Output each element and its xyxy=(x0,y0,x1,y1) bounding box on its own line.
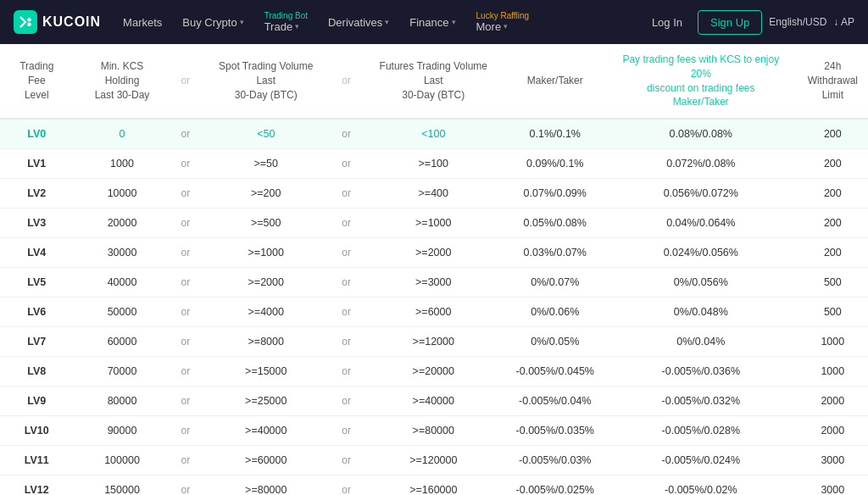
cell-kcs: 70000 xyxy=(74,357,171,387)
nav-trade[interactable]: Trading Bot Trade ▾ xyxy=(256,0,316,44)
cell-kcs-discount: 0.024%/0.056% xyxy=(604,238,798,268)
nav-derivatives[interactable]: Derivatives ▾ xyxy=(320,0,398,44)
col-header-or2: or xyxy=(331,44,361,119)
cell-futures: >=100 xyxy=(361,149,506,179)
cell-withdrawal: 500 xyxy=(798,298,868,327)
cell-or1: or xyxy=(171,327,201,357)
cell-or2: or xyxy=(331,327,361,357)
fee-table-container: Trading FeeLevel Min. KCS HoldingLast 30… xyxy=(0,44,868,495)
cell-kcs-discount: -0.005%/0.032% xyxy=(604,387,798,416)
cell-or2: or xyxy=(331,476,361,495)
nav-trade-sublabel: Trading Bot xyxy=(264,12,308,20)
cell-futures: >=400 xyxy=(361,179,506,209)
cell-kcs: 90000 xyxy=(74,416,171,446)
table-row: LV8 70000 or >=15000 or >=20000 -0.005%/… xyxy=(0,357,868,387)
table-body: LV0 0 or <50 or <100 0.1%/0.1% 0.08%/0.0… xyxy=(0,119,868,495)
cell-spot: >=80000 xyxy=(200,476,331,495)
chevron-icon: ▾ xyxy=(240,18,244,26)
cell-kcs-discount: -0.005%/0.024% xyxy=(604,446,798,476)
nav-buy-crypto[interactable]: Buy Crypto ▾ xyxy=(174,0,252,44)
download-button[interactable]: ↓ AP xyxy=(833,16,854,28)
logo[interactable]: KUCOIN xyxy=(14,10,101,34)
cell-maker-taker: 0.05%/0.08% xyxy=(506,209,604,238)
cell-kcs-discount: -0.005%/0.02% xyxy=(604,476,798,495)
navbar: KUCOIN Markets Buy Crypto ▾ Trading Bot … xyxy=(0,0,868,44)
cell-withdrawal: 3000 xyxy=(798,446,868,476)
cell-kcs: 20000 xyxy=(74,209,171,238)
cell-kcs: 30000 xyxy=(74,238,171,268)
cell-or2: or xyxy=(331,357,361,387)
nav-trade-label: Trade ▾ xyxy=(264,20,299,33)
trading-fee-table: Trading FeeLevel Min. KCS HoldingLast 30… xyxy=(0,44,868,495)
nav-more-sublabel: Lucky Raffling xyxy=(476,12,530,20)
cell-kcs: 40000 xyxy=(74,268,171,298)
cell-or1: or xyxy=(171,179,201,209)
signup-button[interactable]: Sign Up xyxy=(698,10,762,35)
cell-level: LV1 xyxy=(0,149,74,179)
nav-more[interactable]: Lucky Raffling More ▾ xyxy=(468,0,538,44)
cell-maker-taker: -0.005%/0.045% xyxy=(506,357,604,387)
cell-futures: >=160000 xyxy=(361,476,506,495)
cell-withdrawal: 1000 xyxy=(798,327,868,357)
cell-withdrawal: 2000 xyxy=(798,387,868,416)
cell-level: LV3 xyxy=(0,209,74,238)
nav-markets[interactable]: Markets xyxy=(114,0,170,44)
nav-more-label: More ▾ xyxy=(476,20,509,33)
col-header-level: Trading FeeLevel xyxy=(0,44,74,119)
cell-or2: or xyxy=(331,179,361,209)
cell-level: LV4 xyxy=(0,238,74,268)
table-row: LV11 100000 or >=60000 or >=120000 -0.00… xyxy=(0,446,868,476)
cell-futures: >=120000 xyxy=(361,446,506,476)
cell-withdrawal: 2000 xyxy=(798,416,868,446)
cell-maker-taker: 0.09%/0.1% xyxy=(506,149,604,179)
cell-kcs: 150000 xyxy=(74,476,171,495)
nav-finance[interactable]: Finance ▾ xyxy=(401,0,464,44)
col-header-futures: Futures Trading Volume Last30-Day (BTC) xyxy=(361,44,506,119)
cell-or2: or xyxy=(331,416,361,446)
cell-level: LV10 xyxy=(0,416,74,446)
table-row: LV10 90000 or >=40000 or >=80000 -0.005%… xyxy=(0,416,868,446)
cell-level: LV12 xyxy=(0,476,74,495)
cell-spot: >=4000 xyxy=(200,298,331,327)
cell-futures: <100 xyxy=(361,119,506,149)
cell-level: LV6 xyxy=(0,298,74,327)
cell-withdrawal: 500 xyxy=(798,268,868,298)
cell-spot: >=8000 xyxy=(200,327,331,357)
col-header-maker-taker: Maker/Taker xyxy=(506,44,604,119)
cell-maker-taker: -0.005%/0.035% xyxy=(506,416,604,446)
cell-withdrawal: 200 xyxy=(798,149,868,179)
cell-level: LV8 xyxy=(0,357,74,387)
cell-spot: >=50 xyxy=(200,149,331,179)
cell-spot: >=500 xyxy=(200,209,331,238)
cell-futures: >=80000 xyxy=(361,416,506,446)
login-button[interactable]: Log In xyxy=(643,11,691,34)
col-header-withdrawal: 24hWithdrawalLimit xyxy=(798,44,868,119)
cell-or1: or xyxy=(171,357,201,387)
cell-maker-taker: 0%/0.05% xyxy=(506,327,604,357)
table-row: LV3 20000 or >=500 or >=1000 0.05%/0.08%… xyxy=(0,209,868,238)
cell-or2: or xyxy=(331,149,361,179)
nav-right: Log In Sign Up English/USD ↓ AP xyxy=(643,10,854,35)
language-selector[interactable]: English/USD xyxy=(769,16,826,28)
cell-futures: >=12000 xyxy=(361,327,506,357)
cell-or1: or xyxy=(171,119,201,149)
cell-spot: >=25000 xyxy=(200,387,331,416)
cell-withdrawal: 3000 xyxy=(798,476,868,495)
cell-kcs-discount: 0.056%/0.072% xyxy=(604,179,798,209)
table-row: LV4 30000 or >=1000 or >=2000 0.03%/0.07… xyxy=(0,238,868,268)
chevron-icon: ▾ xyxy=(385,18,389,26)
cell-level: LV0 xyxy=(0,119,74,149)
cell-kcs-discount: 0%/0.056% xyxy=(604,268,798,298)
cell-or1: or xyxy=(171,446,201,476)
cell-kcs-discount: -0.005%/0.036% xyxy=(604,357,798,387)
svg-point-1 xyxy=(27,22,31,26)
cell-or1: or xyxy=(171,476,201,495)
cell-maker-taker: 0%/0.07% xyxy=(506,268,604,298)
cell-kcs: 10000 xyxy=(74,179,171,209)
col-header-or1: or xyxy=(171,44,201,119)
cell-futures: >=40000 xyxy=(361,387,506,416)
cell-kcs-discount: 0.04%/0.064% xyxy=(604,209,798,238)
cell-or2: or xyxy=(331,238,361,268)
svg-point-0 xyxy=(27,18,31,22)
cell-spot: >=15000 xyxy=(200,357,331,387)
